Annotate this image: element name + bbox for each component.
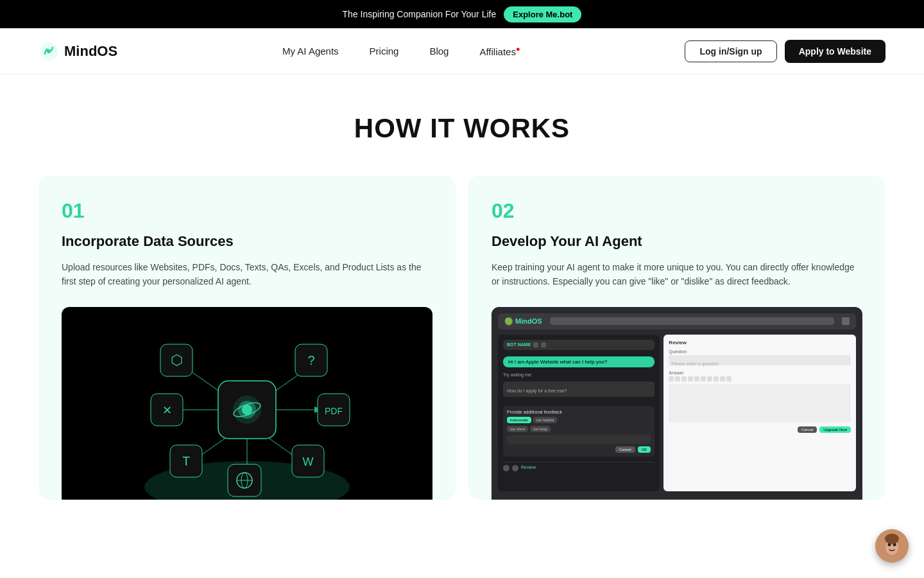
logo-icon [38, 41, 59, 62]
affiliates-badge: ● [516, 45, 520, 53]
card-2-image: 🟢 MindOS BOT NAME Hi I am Apple Website … [492, 307, 862, 500]
svg-text:W: W [303, 455, 314, 468]
nav-links: My AI Agents Pricing Blog Affiliates● [282, 45, 520, 58]
tag-too-long: too long [530, 426, 550, 432]
svg-point-1 [47, 49, 51, 53]
review-cancel: Cancel [798, 426, 817, 433]
card-1-number: 01 [62, 199, 432, 223]
tag-inaccurate: inaccurate [507, 417, 531, 423]
mock-topbar: 🟢 MindOS [498, 313, 856, 329]
card-1-title: Incorporate Data Sources [62, 233, 432, 250]
answer-area [669, 384, 851, 423]
avatar-svg [875, 529, 909, 538]
svg-text:✕: ✕ [162, 404, 172, 417]
avatar-face [875, 529, 909, 538]
card-1: 01 Incorporate Data Sources Upload resou… [38, 176, 456, 500]
apply-button[interactable]: Apply to Website [785, 40, 886, 63]
ai-agent-screenshot: 🟢 MindOS BOT NAME Hi I am Apple Website … [492, 307, 862, 500]
upgrade-now-btn: Upgrade Now [819, 426, 851, 433]
nav-my-ai-agents[interactable]: My AI Agents [282, 46, 339, 57]
answer-toolbar [669, 376, 851, 381]
feedback-box: Provide additional feedback inaccurate n… [503, 406, 654, 457]
try-asking: Try asking me: [503, 372, 654, 377]
svg-text:PDF: PDF [325, 406, 343, 416]
section-title: HOW IT WORKS [38, 113, 886, 144]
mock-review-panel: Review Question Please enter a question … [663, 335, 856, 491]
card-2-title: Develop Your AI Agent [492, 233, 862, 250]
card-1-image: ⬡ ? ✕ PDF T W [62, 307, 432, 500]
login-button[interactable]: Log in/Sign up [685, 40, 776, 62]
svg-text:T: T [182, 454, 190, 468]
tag-not-helpful: not helpful [533, 417, 558, 423]
nav-blog[interactable]: Blog [429, 46, 449, 57]
data-sources-diagram: ⬡ ? ✕ PDF T W [62, 307, 432, 500]
card-2: 02 Develop Your AI Agent Keep training y… [468, 176, 886, 500]
tag-too-short: too short [507, 426, 528, 432]
card-2-number: 02 [492, 199, 862, 223]
nav-pricing[interactable]: Pricing [370, 46, 399, 57]
nav-affiliates[interactable]: Affiliates● [479, 46, 520, 57]
card-2-desc: Keep training your AI agent to make it m… [492, 260, 862, 289]
svg-text:?: ? [307, 353, 314, 367]
logo-link[interactable]: MindOS [38, 41, 117, 62]
chat-bubble: Hi I am Apple Website what can I help yo… [503, 356, 654, 367]
svg-point-8 [242, 405, 252, 415]
cards-container: 01 Incorporate Data Sources Upload resou… [0, 163, 924, 538]
feedback-tags: inaccurate not helpful [507, 417, 651, 423]
card-1-desc: Upload resources like Websites, PDFs, Do… [62, 260, 432, 289]
mock-logo: 🟢 MindOS [504, 317, 542, 326]
logo-text: MindOS [64, 43, 117, 60]
how-it-works-section: HOW IT WORKS [0, 74, 924, 163]
svg-text:⬡: ⬡ [171, 352, 183, 368]
mock-ok: OK [638, 446, 651, 453]
top-banner: The Inspiring Companion For Your Life Ex… [0, 0, 924, 28]
nav-actions: Log in/Sign up Apply to Website [685, 40, 886, 63]
mock-cancel: Cancel [615, 446, 635, 453]
banner-text: The Inspiring Companion For Your Life [343, 9, 497, 19]
navbar: MindOS My AI Agents Pricing Blog Affilia… [0, 28, 924, 74]
mock-body: BOT NAME Hi I am Apple Website what can … [498, 335, 856, 491]
mock-chat-panel: BOT NAME Hi I am Apple Website what can … [498, 335, 660, 491]
floating-avatar[interactable] [875, 529, 909, 538]
explore-button[interactable]: Explore Me.bot [504, 6, 581, 22]
